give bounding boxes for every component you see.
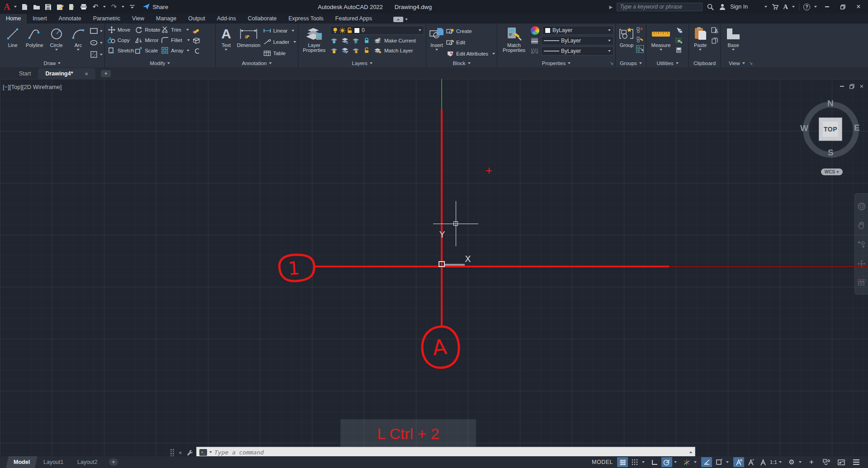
layer-freeze-icon[interactable] bbox=[352, 37, 359, 44]
linear-button[interactable]: Linear bbox=[263, 26, 296, 35]
group-selection-icon[interactable] bbox=[636, 45, 644, 53]
customization-plus-button[interactable]: + bbox=[806, 457, 817, 467]
base-button[interactable]: Base bbox=[723, 25, 743, 59]
command-bar-close-icon[interactable]: × bbox=[179, 449, 182, 456]
layer-properties-button[interactable]: Layer Properties bbox=[301, 25, 327, 59]
search-expand-icon[interactable]: ▶ bbox=[609, 5, 613, 9]
fillet-button[interactable]: Fillet bbox=[161, 36, 189, 44]
save-to-mobile-icon[interactable] bbox=[68, 3, 75, 11]
copy-clip-icon[interactable] bbox=[711, 37, 718, 44]
file-tab-drawing4[interactable]: Drawing4* × bbox=[38, 68, 95, 79]
undo-caret-icon[interactable] bbox=[103, 6, 106, 8]
tab-featured-apps[interactable]: Featured Apps bbox=[330, 14, 378, 23]
tab-home[interactable]: Home bbox=[0, 14, 27, 23]
panel-properties-label[interactable]: Properties bbox=[497, 59, 615, 67]
base-caret-icon[interactable] bbox=[732, 49, 735, 51]
gear-caret-icon[interactable] bbox=[799, 461, 802, 463]
lineweight-select-caret-icon[interactable] bbox=[608, 40, 611, 42]
quick-calc-select-icon[interactable] bbox=[675, 36, 683, 44]
nav-motion-icon[interactable] bbox=[858, 279, 866, 285]
text-button[interactable]: A Text bbox=[218, 25, 234, 59]
tab-view[interactable]: View bbox=[126, 14, 150, 23]
model-space-label[interactable]: MODEL bbox=[592, 459, 613, 465]
panel-utilities-label[interactable]: Utilities bbox=[646, 59, 689, 67]
share-button[interactable]: Share bbox=[143, 4, 168, 10]
close-button[interactable]: × bbox=[853, 2, 864, 12]
array-caret-icon[interactable] bbox=[187, 50, 189, 51]
tab-manage[interactable]: Manage bbox=[150, 14, 182, 23]
hatch-button[interactable] bbox=[90, 50, 103, 59]
scale-caret-icon[interactable] bbox=[779, 461, 782, 463]
viewcube-north[interactable]: N bbox=[827, 98, 834, 108]
stretch-button[interactable]: Stretch bbox=[108, 46, 134, 55]
command-line[interactable]: >_ bbox=[196, 447, 695, 456]
linetype-select-caret-icon[interactable] bbox=[608, 50, 611, 52]
viewport-close-icon[interactable]: × bbox=[860, 83, 863, 90]
panel-layers-label[interactable]: Layers bbox=[298, 59, 426, 67]
linetype-icon[interactable] bbox=[531, 47, 538, 55]
viewcube-top-face[interactable]: TOP bbox=[819, 117, 842, 141]
table-button[interactable]: Table bbox=[263, 49, 296, 57]
layer-unlock2-icon[interactable] bbox=[363, 47, 370, 54]
command-prompt-icon[interactable]: >_ bbox=[199, 449, 207, 456]
tab-express-tools[interactable]: Express Tools bbox=[283, 14, 330, 23]
nav-wheel-icon[interactable] bbox=[858, 202, 866, 211]
command-customize-wrench-icon[interactable] bbox=[187, 449, 193, 456]
help-caret-icon[interactable] bbox=[814, 6, 817, 8]
make-current-button[interactable]: Make Current bbox=[384, 38, 416, 43]
layer-match-icon[interactable] bbox=[341, 47, 349, 54]
navigation-bar[interactable] bbox=[854, 193, 868, 295]
mirror-button[interactable]: Mirror bbox=[135, 36, 160, 44]
status-bar-menu-button[interactable] bbox=[851, 457, 862, 467]
redo-icon[interactable]: ↷ bbox=[110, 3, 118, 11]
linetype-select[interactable]: ByLayer bbox=[541, 47, 613, 56]
app-menu-caret-icon[interactable] bbox=[14, 6, 17, 8]
workspace-settings-gear-icon[interactable]: ⚙ bbox=[786, 457, 797, 467]
ribbon-collapse-button[interactable] bbox=[393, 17, 403, 22]
object-snap-tracking-toggle[interactable] bbox=[701, 457, 712, 467]
nav-zoom-icon[interactable] bbox=[858, 241, 866, 248]
object-color-select[interactable]: ByLayer bbox=[542, 26, 613, 35]
linear-caret-icon[interactable] bbox=[292, 30, 294, 32]
command-bar-grip[interactable] bbox=[170, 449, 174, 456]
panel-clipboard-label[interactable]: Clipboard bbox=[689, 59, 720, 67]
layer-isolate-icon[interactable] bbox=[330, 37, 338, 44]
panel-modify-label[interactable]: Modify bbox=[105, 59, 215, 67]
command-input[interactable] bbox=[214, 449, 687, 456]
grid-bubble-1[interactable]: 1 bbox=[273, 250, 318, 286]
circle-button[interactable]: Circle bbox=[47, 25, 66, 59]
open-folder-icon[interactable] bbox=[33, 3, 40, 11]
viewcube-south[interactable]: S bbox=[828, 148, 834, 158]
block-create-button[interactable]: Create bbox=[446, 27, 495, 35]
measure-caret-icon[interactable] bbox=[660, 49, 662, 51]
move-button[interactable]: Move bbox=[108, 25, 134, 34]
leader-caret-icon[interactable] bbox=[293, 41, 296, 43]
copy-button[interactable]: Copy bbox=[108, 36, 134, 44]
osnap-caret-icon[interactable] bbox=[726, 461, 729, 463]
paste-button[interactable]: Paste bbox=[692, 25, 709, 59]
measure-button[interactable]: Measure bbox=[649, 25, 673, 59]
redo-caret-icon[interactable] bbox=[122, 6, 124, 8]
explode-button[interactable] bbox=[193, 37, 200, 44]
layer-lock-icon[interactable] bbox=[363, 37, 370, 44]
annotation-scale-icon[interactable] bbox=[758, 457, 769, 467]
circle-caret-icon[interactable] bbox=[55, 49, 58, 51]
save-as-icon[interactable] bbox=[56, 3, 64, 11]
leader-button[interactable]: Leader bbox=[263, 37, 296, 46]
color-select-caret-icon[interactable] bbox=[608, 29, 611, 31]
ribbon-collapse-caret-icon[interactable] bbox=[405, 19, 408, 20]
viewport-minimize-icon[interactable] bbox=[840, 86, 844, 87]
tab-add-ins[interactable]: Add-ins bbox=[211, 14, 242, 23]
arc-caret-icon[interactable] bbox=[77, 49, 80, 51]
trim-caret-icon[interactable] bbox=[186, 29, 189, 31]
panel-draw-label[interactable]: Draw bbox=[0, 59, 104, 67]
erase-button[interactable] bbox=[193, 26, 200, 34]
edit-attributes-caret-icon[interactable] bbox=[492, 53, 495, 55]
grid-display-toggle[interactable] bbox=[617, 457, 628, 467]
file-tab-start[interactable]: Start bbox=[12, 68, 38, 79]
layout2-tab[interactable]: Layout2 bbox=[70, 456, 105, 468]
snap-caret-icon[interactable] bbox=[642, 461, 645, 463]
object-snap-toggle[interactable] bbox=[713, 457, 724, 467]
new-layout-button[interactable]: + bbox=[109, 459, 118, 466]
drawing-canvas[interactable]: [−][Top][2D Wireframe] × N W E S TOP WCS bbox=[0, 79, 868, 456]
